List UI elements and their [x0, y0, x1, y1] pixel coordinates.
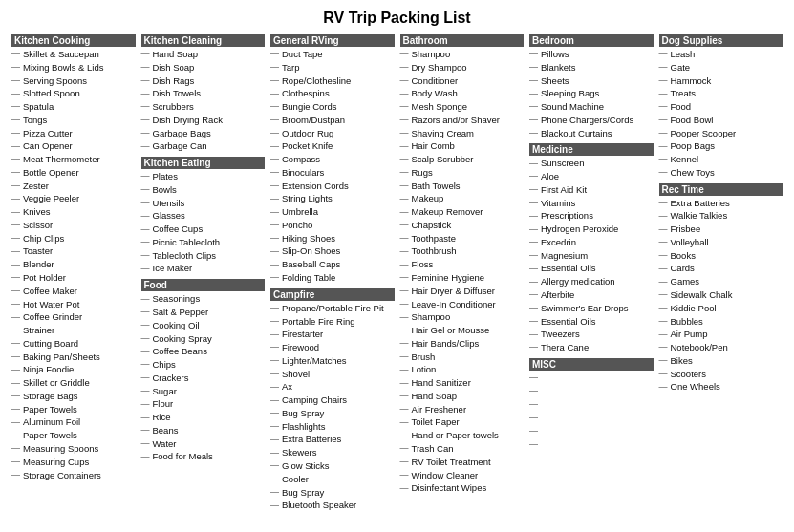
list-item: Storage Bags: [11, 390, 136, 403]
list-item: Dish Soap: [141, 61, 266, 74]
list-item: Duct Tape: [270, 48, 395, 61]
column-1: Kitchen CookingSkillet & SaucepanMixing …: [11, 34, 136, 512]
section-title-6-1: Dog Supplies: [659, 34, 783, 47]
list-item: Cutting Board: [11, 337, 136, 351]
list-item: Makeup Remover: [400, 205, 525, 219]
list-item: Slotted Spoon: [11, 87, 136, 100]
list-item: Bluetooth Speaker: [270, 499, 395, 512]
list-item: Scalp Scrubber: [400, 153, 525, 166]
list-item: Aluminum Foil: [11, 415, 136, 429]
list-item: Ax: [270, 380, 395, 394]
list-item: Outdoor Rug: [270, 127, 395, 140]
list-item: Firewood: [270, 341, 395, 354]
list-item: Tarp: [270, 61, 395, 74]
list-item: Sidewalk Chalk: [659, 288, 783, 302]
list-item: Bowls: [141, 183, 266, 197]
list-item: Salt & Pepper: [141, 306, 266, 319]
list-item: Tweezers: [529, 328, 654, 341]
list-item: Aloe: [529, 170, 654, 183]
list-item: Razors and/or Shaver: [400, 114, 525, 127]
list-item: Pot Holder: [11, 271, 136, 285]
list-item: Kiddie Pool: [659, 302, 783, 315]
list-item: Sheets: [529, 74, 654, 88]
list-item: Dish Towels: [141, 87, 266, 100]
list-item: Extension Cords: [270, 180, 395, 193]
list-item: Baseball Caps: [270, 258, 395, 271]
list-item: Utensils: [141, 197, 266, 210]
list-item: Hydrogen Peroxide: [529, 223, 654, 236]
section-title-6-2: Rec Time: [659, 183, 783, 196]
list-item: Hot Water Pot: [11, 298, 136, 311]
list-item: Hand Soap: [141, 48, 266, 61]
list-item: Excedrin: [529, 236, 654, 249]
list-item: Hand or Paper towels: [400, 429, 525, 442]
list-item: Chip Clips: [11, 232, 136, 245]
list-item: Ninja Foodie: [11, 363, 136, 376]
list-item: Phone Chargers/Cords: [529, 114, 654, 127]
list-item: Shaving Cream: [400, 127, 525, 140]
list-item: Toothbrush: [400, 245, 525, 258]
list-item: Makeup: [400, 192, 525, 205]
list-item: Blender: [11, 258, 136, 271]
list-item: Glow Sticks: [270, 459, 395, 473]
column-5: BedroomPillowsBlanketsSheetsSleeping Bag…: [529, 34, 654, 512]
list-item: Binoculars: [270, 166, 395, 180]
list-item: Coffee Maker: [11, 285, 136, 298]
list-item: Air Freshener: [400, 403, 525, 416]
list-item: Compass: [270, 153, 395, 166]
list-item: Shampoo: [400, 48, 525, 61]
list-item: Baking Pan/Sheets: [11, 351, 136, 364]
list-item: Firestarter: [270, 328, 395, 341]
list-item: Toilet Paper: [400, 415, 525, 429]
column-3: General RVingDuct TapeTarpRope/Clothesli…: [270, 34, 395, 512]
list-item: Scissor: [11, 219, 136, 232]
list-item: Bottle Opener: [11, 166, 136, 180]
list-item: Air Pump: [659, 328, 783, 341]
list-item: Coffee Cups: [141, 223, 266, 236]
list-item: Window Cleaner: [400, 469, 525, 482]
section-title-2-2: Kitchen Eating: [141, 157, 266, 169]
list-item: Sunscreen: [529, 157, 654, 170]
list-item: Extra Batteries: [270, 433, 395, 446]
list-item: Umbrella: [270, 205, 395, 219]
list-item: [529, 398, 654, 412]
list-item: Trash Can: [400, 442, 525, 456]
column-4: BathroomShampooDry ShampooConditionerBod…: [400, 34, 525, 512]
list-item: Floss: [400, 258, 525, 271]
list-item: Strainer: [11, 324, 136, 337]
list-item: Cooking Spray: [141, 332, 266, 346]
list-item: Rugs: [400, 166, 525, 180]
list-item: Bubbles: [659, 315, 783, 329]
list-item: Feminine Hygiene: [400, 271, 525, 285]
list-item: Propane/Portable Fire Pit: [270, 302, 395, 315]
list-item: Skillet & Saucepan: [11, 48, 136, 61]
list-item: Leash: [659, 48, 783, 61]
list-item: Clothespins: [270, 87, 395, 100]
section-title-3-1: General RVing: [270, 34, 395, 47]
list-item: Lotion: [400, 363, 525, 376]
list-item: Allergy medication: [529, 275, 654, 288]
list-item: Walkie Talkies: [659, 209, 783, 223]
list-item: Bug Spray: [270, 407, 395, 420]
list-item: RV Toilet Treatment: [400, 456, 525, 469]
list-item: Blackout Curtains: [529, 127, 654, 140]
list-item: Hair Dryer & Diffuser: [400, 285, 525, 298]
list-item: Rope/Clothesline: [270, 74, 395, 88]
list-item: Chapstick: [400, 219, 525, 232]
list-item: Chew Toys: [659, 166, 783, 180]
list-item: Vitamins: [529, 197, 654, 210]
list-item: Glasses: [141, 209, 266, 223]
list-item: Sound Machine: [529, 100, 654, 114]
list-item: Crackers: [141, 372, 266, 385]
list-item: Coffee Beans: [141, 345, 266, 358]
section-title-4-1: Bathroom: [400, 34, 525, 47]
list-item: Can Opener: [11, 139, 136, 153]
section-title-5-3: MISC: [529, 358, 654, 371]
section-title-1-1: Kitchen Cooking: [11, 34, 136, 47]
list-item: Disinfectant Wipes: [400, 481, 525, 495]
list-item: String Lights: [270, 192, 395, 205]
list-item: [529, 385, 654, 398]
section-title-3-2: Campfire: [270, 288, 395, 301]
list-item: Toaster: [11, 245, 136, 258]
list-item: Skewers: [270, 446, 395, 459]
